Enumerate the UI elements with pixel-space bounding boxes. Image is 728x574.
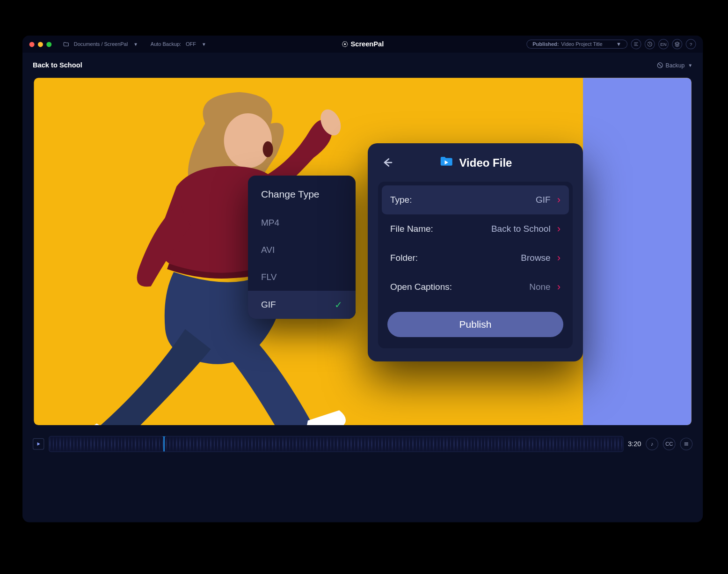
check-icon: ✓ xyxy=(335,299,342,310)
published-dropdown[interactable]: Published: Video Project Title ▼ xyxy=(526,40,627,49)
row-filename[interactable]: File Name: Back to School› xyxy=(382,214,569,243)
type-option-avi[interactable]: AVI xyxy=(248,236,356,264)
maximize-dot[interactable] xyxy=(46,42,51,47)
published-value: Video Project Title xyxy=(561,41,602,47)
row-type[interactable]: Type: GIF› xyxy=(382,185,569,214)
auto-backup-label: Auto Backup: xyxy=(151,41,181,47)
change-type-panel: Change Type MP4 AVI FLV GIF ✓ xyxy=(248,176,356,319)
waveform xyxy=(49,436,623,451)
chevron-right-icon: › xyxy=(557,252,561,264)
backup-menu[interactable]: Backup ▼ xyxy=(656,62,692,69)
brand-text: ScreenPal xyxy=(350,40,384,48)
video-file-title: Video File xyxy=(459,156,512,169)
cc-button[interactable]: CC xyxy=(663,438,676,450)
app-window: Documents / ScreenPal ▼ Auto Backup: OFF… xyxy=(22,36,703,522)
duration: 3:20 xyxy=(628,440,641,448)
breadcrumb[interactable]: Documents / ScreenPal xyxy=(74,41,128,47)
chevron-right-icon: › xyxy=(557,194,561,206)
filename-value: Back to School xyxy=(491,224,551,234)
chevron-down-icon: ▼ xyxy=(616,41,621,47)
change-type-title: Change Type xyxy=(248,189,356,209)
close-dot[interactable] xyxy=(29,42,35,47)
chevron-right-icon: › xyxy=(557,281,561,293)
minimize-dot[interactable] xyxy=(38,42,43,47)
svg-point-3 xyxy=(224,113,272,168)
captions-value: None xyxy=(529,282,550,292)
play-button[interactable] xyxy=(33,438,44,449)
auto-backup-value[interactable]: OFF xyxy=(186,41,196,47)
queue-icon[interactable] xyxy=(631,39,641,49)
brand-icon xyxy=(342,41,349,48)
canvas-wrap xyxy=(22,78,703,425)
type-option-mp4[interactable]: MP4 xyxy=(248,209,356,236)
publish-button[interactable]: Publish xyxy=(387,312,563,337)
topbar-right: Published: Video Project Title ▼ EN ? xyxy=(526,39,696,49)
language-button[interactable]: EN xyxy=(658,39,669,49)
timeline: 1:08:00 3:20 ♪ CC xyxy=(22,425,703,457)
backup-label: Backup xyxy=(666,62,685,68)
folder-icon xyxy=(63,41,69,47)
brand: ScreenPal xyxy=(342,40,384,48)
help-icon[interactable]: ? xyxy=(686,39,696,49)
video-file-body: Type: GIF› File Name: Back to School› Fo… xyxy=(378,182,573,348)
type-option-flv[interactable]: FLV xyxy=(248,264,356,291)
music-icon[interactable]: ♪ xyxy=(646,438,658,450)
topbar: Documents / ScreenPal ▼ Auto Backup: OFF… xyxy=(22,36,703,53)
timeline-right: 3:20 ♪ CC xyxy=(628,438,692,450)
no-backup-icon xyxy=(656,62,663,69)
chevron-right-icon: › xyxy=(557,223,561,235)
svg-point-1 xyxy=(344,43,346,45)
video-file-folder-icon xyxy=(439,155,453,171)
row-folder[interactable]: Folder: Browse› xyxy=(382,243,569,272)
captions-label: Open Captions: xyxy=(390,282,452,292)
type-label: Type: xyxy=(390,195,412,205)
breadcrumb-caret-icon: ▼ xyxy=(133,42,138,47)
auto-backup-caret-icon: ▼ xyxy=(202,42,206,47)
video-file-header: Video File xyxy=(378,155,573,171)
page-title: Back to School xyxy=(33,61,82,69)
window-traffic-lights xyxy=(29,42,52,47)
layers-icon[interactable] xyxy=(672,39,682,49)
header: Back to School Backup ▼ xyxy=(22,53,703,78)
back-arrow-icon[interactable] xyxy=(380,155,394,171)
preview-blue-panel xyxy=(583,78,692,425)
publish-label: Publish xyxy=(459,319,492,330)
filename-label: File Name: xyxy=(390,224,433,234)
type-value: GIF xyxy=(536,195,551,205)
chevron-down-icon: ▼ xyxy=(688,63,693,68)
playhead[interactable] xyxy=(163,436,164,452)
folder-value: Browse xyxy=(521,253,550,263)
menu-icon[interactable] xyxy=(680,438,692,450)
type-option-gif[interactable]: GIF ✓ xyxy=(248,291,356,319)
published-label: Published: xyxy=(532,41,559,47)
row-captions[interactable]: Open Captions: None› xyxy=(382,272,569,302)
history-icon[interactable] xyxy=(645,39,655,49)
folder-label: Folder: xyxy=(390,253,418,263)
svg-point-4 xyxy=(263,141,273,157)
timeline-track[interactable]: 1:08:00 xyxy=(49,436,623,452)
video-preview[interactable] xyxy=(34,78,691,425)
video-file-panel: Video File Type: GIF› File Name: Back to… xyxy=(368,143,583,361)
